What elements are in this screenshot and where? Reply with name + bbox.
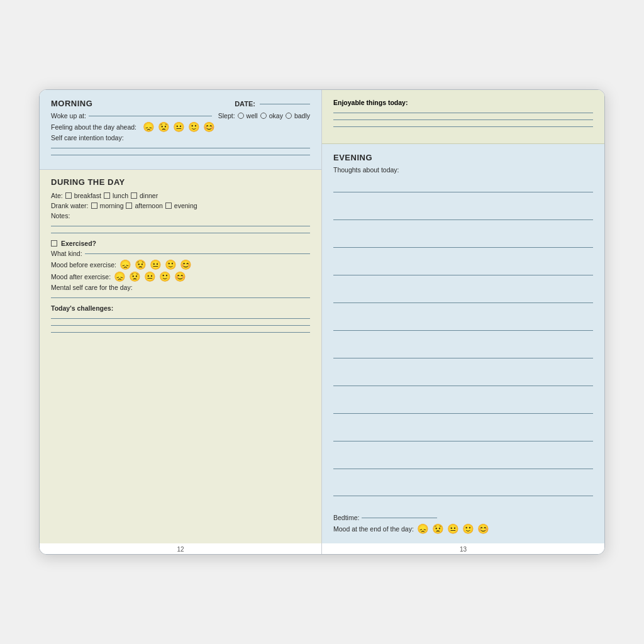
- feeling-emojis: 😞 😟 😐 🙂 😊: [143, 122, 215, 131]
- lunch-label: lunch: [113, 192, 128, 199]
- emoji-neutral-1[interactable]: 😐: [173, 122, 185, 131]
- emoji-sad-end[interactable]: 😟: [432, 524, 444, 533]
- drank-row: Drank water: morning afternoon evening: [51, 202, 310, 209]
- mood-end-emojis: 😞 😟 😐 🙂 😊: [417, 524, 489, 533]
- emoji-very-happy-end[interactable]: 😊: [477, 524, 489, 533]
- evening-title: EVENING: [333, 153, 593, 162]
- notes-label: Notes:: [51, 212, 70, 219]
- feeling-label: Feeling about the day ahead:: [51, 123, 136, 131]
- checkbox-lunch[interactable]: [104, 192, 110, 199]
- challenges-label: Today's challenges:: [51, 304, 113, 312]
- exercised-label: Exercised?: [61, 240, 96, 247]
- enjoyable-section: Enjoyable things today:: [322, 90, 604, 144]
- enjoyable-title: Enjoyable things today:: [333, 99, 593, 106]
- date-line: DATE:: [235, 100, 310, 108]
- self-care-row: Self care intention today:: [51, 134, 310, 142]
- emoji-sad-2[interactable]: 😟: [135, 260, 147, 269]
- exercised-row: Exercised?: [51, 240, 310, 247]
- self-care-label: Self care intention today:: [51, 134, 124, 142]
- slept-okay: okay: [269, 112, 283, 119]
- checkbox-dinner[interactable]: [131, 192, 137, 199]
- checkbox-breakfast[interactable]: [65, 192, 72, 199]
- evening-section: EVENING Thoughts about today: Bedtime:: [322, 144, 604, 543]
- emoji-very-happy-3[interactable]: 😊: [174, 272, 186, 281]
- during-title: DURING THE DAY: [51, 177, 310, 187]
- ate-row: Ate: breakfast lunch dinner: [51, 192, 310, 199]
- evening-lines: [333, 179, 593, 510]
- emoji-happy-3[interactable]: 🙂: [159, 272, 171, 281]
- breakfast-label: breakfast: [74, 192, 101, 199]
- mood-after-label: Mood after exercise:: [51, 273, 111, 280]
- slept-well: well: [247, 112, 258, 119]
- during-section: DURING THE DAY Ate: breakfast lunch dinn…: [40, 170, 321, 543]
- emoji-very-sad-2[interactable]: 😞: [119, 260, 131, 269]
- radio-okay[interactable]: [260, 113, 267, 119]
- emoji-very-sad-end[interactable]: 😞: [417, 524, 429, 533]
- radio-well[interactable]: [238, 113, 244, 119]
- woke-up-label: Woke up at:: [51, 112, 86, 119]
- mood-end-label: Mood at the end of the day:: [333, 525, 414, 533]
- morning-label: morning: [100, 202, 124, 209]
- slept-options: well okay badly: [238, 112, 310, 119]
- evening-label: evening: [174, 202, 197, 209]
- what-kind-label: What kind:: [51, 250, 82, 257]
- notes-area: [51, 226, 310, 233]
- challenges-row: Today's challenges:: [51, 304, 310, 312]
- afternoon-label: afternoon: [135, 202, 162, 209]
- dinner-label: dinner: [140, 192, 158, 199]
- mental-care-section: Mental self care for the day:: [51, 284, 310, 298]
- mental-care-label: Mental self care for the day:: [51, 284, 133, 291]
- mood-before-emojis: 😞 😟 😐 🙂 😊: [119, 260, 192, 269]
- emoji-neutral-2[interactable]: 😐: [150, 260, 162, 269]
- emoji-very-sad-3[interactable]: 😞: [114, 272, 126, 281]
- checkbox-afternoon[interactable]: [126, 203, 132, 209]
- thoughts-label: Thoughts about today:: [333, 166, 399, 174]
- bedtime-label: Bedtime:: [333, 514, 359, 521]
- emoji-neutral-3[interactable]: 😐: [144, 272, 156, 281]
- mood-end-row: Mood at the end of the day: 😞 😟 😐 🙂 😊: [333, 524, 593, 533]
- page-right: Enjoyable things today: EVENING Thoughts…: [322, 90, 604, 554]
- emoji-happy-end[interactable]: 🙂: [462, 524, 474, 533]
- checkbox-exercised[interactable]: [51, 240, 57, 247]
- mood-after-row: Mood after exercise: 😞 😟 😐 🙂 😊: [51, 272, 310, 281]
- emoji-sad-1[interactable]: 😟: [158, 122, 170, 131]
- mood-before-label: Mood before exercise:: [51, 261, 116, 269]
- drank-label: Drank water:: [51, 202, 89, 209]
- emoji-sad-3[interactable]: 😟: [129, 272, 141, 281]
- self-care-lines: [51, 148, 310, 155]
- mood-after-emojis: 😞 😟 😐 🙂 😊: [114, 272, 186, 281]
- slept-badly: badly: [294, 112, 310, 119]
- date-label: DATE:: [235, 100, 255, 108]
- emoji-happy-1[interactable]: 🙂: [188, 122, 200, 131]
- emoji-happy-2[interactable]: 🙂: [165, 260, 177, 269]
- emoji-very-happy-1[interactable]: 😊: [203, 122, 215, 131]
- page-number-left: 12: [40, 543, 321, 554]
- challenges-section: Today's challenges:: [51, 304, 310, 333]
- bedtime-row: Bedtime:: [333, 514, 593, 521]
- feeling-row: Feeling about the day ahead: 😞 😟 😐 🙂 😊: [51, 122, 310, 131]
- slept-label: Slept:: [218, 112, 235, 119]
- checkbox-evening[interactable]: [165, 203, 172, 209]
- ate-label: Ate:: [51, 192, 63, 199]
- emoji-neutral-end[interactable]: 😐: [447, 524, 459, 533]
- notes-row: Notes:: [51, 212, 310, 219]
- page-number-right: 13: [322, 543, 604, 554]
- mental-care-row: Mental self care for the day:: [51, 284, 310, 291]
- what-kind-row: What kind:: [51, 250, 310, 257]
- radio-badly[interactable]: [286, 113, 292, 119]
- page-left: MORNING DATE: Woke up at: Slept: well ok…: [40, 90, 322, 554]
- checkbox-morning[interactable]: [91, 203, 97, 209]
- book-spread: MORNING DATE: Woke up at: Slept: well ok…: [39, 89, 605, 555]
- thoughts-row: Thoughts about today:: [333, 166, 593, 174]
- emoji-very-sad-1[interactable]: 😞: [143, 122, 155, 131]
- woke-up-row: Woke up at: Slept: well okay badly: [51, 112, 310, 119]
- morning-section: MORNING DATE: Woke up at: Slept: well ok…: [40, 90, 321, 170]
- mood-before-row: Mood before exercise: 😞 😟 😐 🙂 😊: [51, 260, 310, 269]
- emoji-very-happy-2[interactable]: 😊: [180, 260, 192, 269]
- morning-title: MORNING: [51, 99, 92, 108]
